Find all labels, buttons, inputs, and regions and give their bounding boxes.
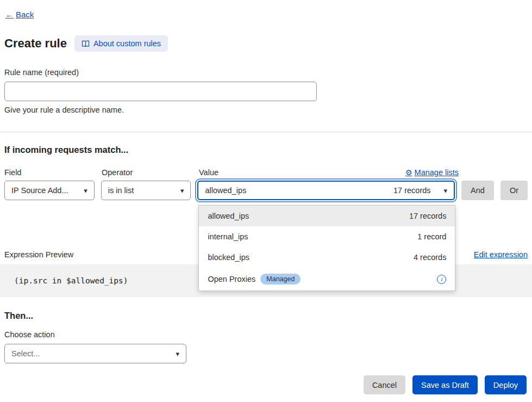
section-divider xyxy=(0,132,532,132)
dropdown-option-count: 17 records xyxy=(409,212,447,220)
dropdown-option-name: internal_ips xyxy=(208,232,248,241)
operator-select-value: is in list xyxy=(108,186,134,195)
dropdown-option-count: 1 record xyxy=(417,232,446,241)
value-select-wrapper: allowed_ips 17 records ▾ allowed_ips 17 … xyxy=(197,181,455,200)
gear-icon: ⚙ xyxy=(405,168,412,177)
action-select-placeholder: Select... xyxy=(11,349,40,358)
chevron-down-icon: ▾ xyxy=(84,187,87,195)
choose-action-label: Choose action xyxy=(4,330,528,339)
action-select[interactable]: Select... ▾ xyxy=(4,344,186,363)
info-icon[interactable]: i xyxy=(437,275,446,284)
back-link-label: Back xyxy=(16,10,34,19)
dropdown-option-allowed-ips[interactable]: allowed_ips 17 records xyxy=(199,206,455,226)
chevron-down-icon: ▾ xyxy=(444,187,448,195)
dropdown-option-name: allowed_ips xyxy=(208,212,249,220)
edit-expression-link[interactable]: Edit expression xyxy=(474,250,528,259)
about-custom-rules-link[interactable]: About custom rules xyxy=(74,35,168,52)
rule-name-input[interactable] xyxy=(4,82,317,101)
save-as-draft-button[interactable]: Save as Draft xyxy=(412,375,478,394)
field-select-value: IP Source Add... xyxy=(11,186,68,195)
dropdown-option-open-proxies[interactable]: Open Proxies Managed i xyxy=(199,268,455,290)
dropdown-option-name: blocked_ips xyxy=(208,253,249,262)
match-section-title: If incoming requests match... xyxy=(4,145,528,155)
and-button[interactable]: And xyxy=(461,181,494,200)
or-button[interactable]: Or xyxy=(500,181,528,200)
rule-name-helper: Give your rule a descriptive name. xyxy=(4,106,528,114)
back-link[interactable]: ←Back xyxy=(5,10,34,19)
then-section-title: Then... xyxy=(4,311,528,321)
deploy-button[interactable]: Deploy xyxy=(485,375,527,394)
dropdown-option-blocked-ips[interactable]: blocked_ips 4 records xyxy=(199,247,455,268)
operator-label: Operator xyxy=(102,168,192,177)
manage-lists-link[interactable]: ⚙Manage lists xyxy=(405,168,459,177)
value-dropdown-menu: allowed_ips 17 records internal_ips 1 re… xyxy=(198,205,455,291)
chevron-down-icon: ▾ xyxy=(176,350,179,358)
manage-lists-label: Manage lists xyxy=(415,168,459,177)
expression-preview-label: Expression Preview xyxy=(4,250,73,259)
dropdown-option-count: 4 records xyxy=(414,253,446,262)
create-rule-page: ←Back Create rule About custom rules Rul… xyxy=(0,10,532,394)
rule-name-label: Rule name (required) xyxy=(4,68,528,77)
back-arrow-icon: ← xyxy=(5,10,14,19)
value-select[interactable]: allowed_ips 17 records ▾ xyxy=(197,181,455,200)
book-icon xyxy=(82,40,90,47)
page-title: Create rule xyxy=(4,36,67,51)
cancel-button[interactable]: Cancel xyxy=(364,375,405,394)
dropdown-option-internal-ips[interactable]: internal_ips 1 record xyxy=(199,226,455,247)
expression-code-text: (ip.src in $allowed_ips) xyxy=(14,276,128,285)
value-label: Value xyxy=(199,168,218,177)
operator-select[interactable]: is in list ▾ xyxy=(101,181,191,200)
about-badge-label: About custom rules xyxy=(93,39,161,48)
dropdown-option-name: Open Proxies xyxy=(208,275,255,283)
field-select[interactable]: IP Source Add... ▾ xyxy=(4,181,95,200)
field-label: Field xyxy=(4,168,95,177)
managed-badge: Managed xyxy=(260,274,301,285)
chevron-down-icon: ▾ xyxy=(180,187,184,195)
value-select-count: 17 records xyxy=(393,186,431,195)
value-select-value: allowed_ips xyxy=(205,186,246,195)
